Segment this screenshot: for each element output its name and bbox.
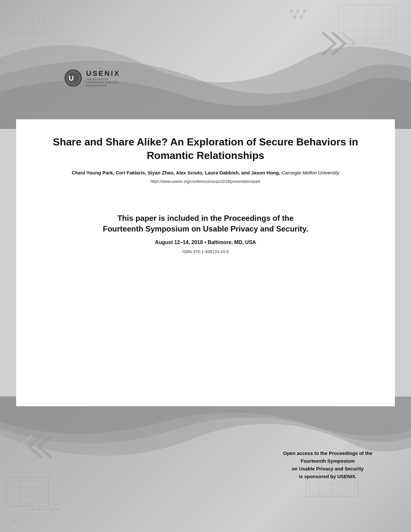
- svg-rect-17: [297, 10, 299, 12]
- svg-text:U: U: [69, 74, 74, 82]
- usenix-logo: U USENIX THE ADVANCED COMPUTING SYSTEMS …: [64, 69, 120, 87]
- proceedings-title: This paper is included in the Proceeding…: [103, 213, 308, 234]
- usenix-subtitle: THE ADVANCED COMPUTING SYSTEMS ASSOCIATI…: [86, 78, 120, 87]
- svg-rect-20: [300, 16, 302, 19]
- svg-rect-18: [303, 10, 306, 12]
- svg-text:+: +: [387, 424, 390, 430]
- svg-text:+: +: [409, 17, 411, 22]
- proceedings-section: This paper is included in the Proceeding…: [103, 213, 308, 254]
- svg-rect-29: [10, 481, 44, 502]
- open-access-box: Open access to the Proceedings of the Fo…: [283, 449, 372, 480]
- svg-line-23: [301, 12, 304, 16]
- svg-rect-0: [6, 6, 45, 32]
- svg-rect-1: [10, 10, 42, 29]
- svg-rect-16: [290, 10, 293, 12]
- main-content-area: Share and Share Alike? An Exploration of…: [16, 119, 395, 406]
- usenix-name: USENIX: [86, 69, 120, 78]
- svg-rect-28: [6, 477, 48, 506]
- svg-rect-2: [13, 13, 39, 26]
- paper-url: https://www.usenix.org/conference/soups2…: [151, 179, 260, 184]
- svg-text:+: +: [13, 518, 16, 523]
- usenix-logo-icon: U: [64, 69, 82, 87]
- paper-title: Share and Share Alike? An Exploration of…: [35, 135, 376, 162]
- proceedings-isbn: ISBN 978-1-939133-10-6: [103, 249, 308, 254]
- top-wave-decoration: + +: [0, 0, 411, 129]
- open-access-text: Open access to the Proceedings of the Fo…: [283, 449, 372, 480]
- svg-text:+: +: [398, 4, 401, 9]
- usenix-logo-text: USENIX THE ADVANCED COMPUTING SYSTEMS AS…: [86, 69, 120, 87]
- paper-authors: Cheul Young Park, Cori Faklaris, Siyan Z…: [72, 169, 339, 177]
- svg-rect-19: [293, 16, 296, 19]
- svg-line-22: [295, 12, 298, 16]
- proceedings-date: August 12–14, 2018 • Baltimore, MD, USA: [103, 240, 308, 245]
